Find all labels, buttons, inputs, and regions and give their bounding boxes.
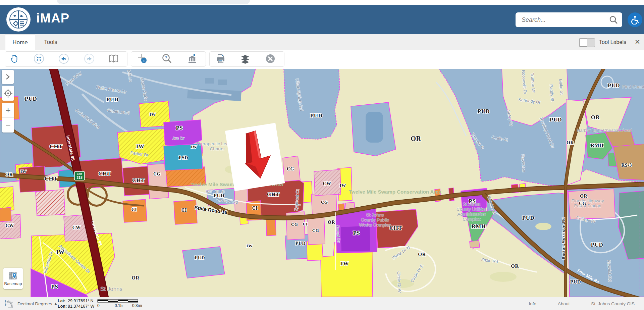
toggle-knob [579, 39, 587, 47]
zone-label: RS-3 [621, 163, 632, 168]
zone-label: PUD [106, 96, 118, 103]
st-johns-county-logo [6, 7, 31, 32]
municipal-building-icon [187, 53, 198, 64]
previous-extent-button[interactable] [57, 52, 70, 65]
street-label: Comet Dr [335, 225, 341, 243]
zone-label: CW [72, 225, 80, 230]
zone-label: PUD [296, 241, 306, 246]
tab-home[interactable]: Home [5, 34, 35, 50]
municipal-button[interactable] [185, 52, 199, 65]
tool-labels-toggle[interactable] [579, 38, 595, 47]
tab-bar: Home Tools Tool Labels ✕ [0, 34, 644, 51]
zone-label: CG [579, 201, 586, 206]
next-extent-button[interactable] [83, 52, 96, 65]
wheelchair-icon [630, 15, 640, 24]
zone-label: CI [303, 222, 308, 226]
print-button[interactable] [214, 52, 227, 65]
query-search-icon: ? [162, 53, 172, 64]
zone-label: CG [287, 166, 294, 171]
zone-label: CG [321, 200, 328, 205]
scale-bar [97, 299, 138, 303]
info-link[interactable]: Info [529, 301, 536, 306]
svg-text:318: 318 [76, 175, 83, 179]
zone-label: PUD [478, 108, 490, 114]
query-button[interactable]: ? [160, 52, 174, 65]
place-label: St Johns [100, 286, 122, 292]
coordinate-readout: Lat:29.917691° N Lon:81.374167° W [58, 298, 94, 309]
search-icon[interactable] [609, 15, 618, 24]
zone-label: CW [323, 181, 331, 186]
zone-label: IW [246, 243, 253, 248]
street-label: Arc Dr [172, 136, 184, 141]
zone-label: IW [136, 143, 145, 150]
zone-label: PS [353, 230, 360, 236]
zone-label: PUD [570, 279, 581, 285]
exit-sign: EXIT 318 [74, 171, 85, 180]
chevron-right-icon [5, 73, 10, 80]
pan-hand-icon [9, 54, 19, 64]
coordinate-system-icon[interactable] [4, 299, 14, 309]
browser-strip [0, 0, 644, 5]
locate-button[interactable] [2, 86, 14, 101]
zone-label: CHT [98, 170, 111, 177]
layers-button[interactable] [238, 52, 252, 65]
zone-label: PSD [179, 155, 188, 160]
zone-label: PS [51, 283, 58, 290]
map-canvas[interactable]: EXIT 318 Therapeutic LearningCharterSt J… [0, 69, 644, 297]
zone-label: IW [20, 169, 26, 174]
lat-label: Lat: [58, 298, 68, 304]
place-label: First Coast [622, 84, 644, 89]
lon-value: 81.374167° W [68, 304, 94, 309]
zone-label: OR [567, 140, 574, 145]
projection-selector[interactable]: Decimal Degrees ▲ [17, 297, 58, 310]
zone-label: OR [511, 263, 519, 269]
basemap-label: Basemap [4, 281, 22, 286]
app-title: iMAP [36, 11, 69, 25]
close-icon[interactable]: ✕ [635, 34, 640, 50]
zone-label: CW [5, 223, 14, 228]
zone-label: PUD [522, 215, 534, 221]
zone-label: PUD [550, 116, 562, 123]
gis-credit: St. Johns County GIS [591, 301, 635, 306]
zone-label: RMH [591, 143, 603, 148]
zone-label: PS [176, 125, 183, 131]
basemap-button[interactable]: Basemap [3, 268, 23, 289]
pan-button[interactable] [8, 52, 21, 65]
zone-label: CG [312, 228, 319, 233]
full-extent-button[interactable] [32, 52, 46, 65]
tab-tools[interactable]: Tools [36, 34, 66, 50]
road-label: Barton Morrison Rd [561, 217, 566, 259]
print-icon [215, 53, 226, 64]
zone-label: CHT [132, 177, 145, 184]
accessibility-button[interactable] [628, 12, 642, 27]
zone-label: OR [5, 172, 13, 177]
toolbar: i ? [0, 50, 644, 69]
zone-label: CG [291, 222, 298, 227]
zone-label: PUD [591, 242, 603, 248]
panel-expand-button[interactable] [2, 70, 14, 84]
zoom-controls: + − [2, 103, 14, 133]
zone-label: PUD [310, 112, 322, 119]
bookmarks-button[interactable] [107, 52, 120, 65]
zone-label: IW [339, 183, 346, 188]
zoom-out-button[interactable]: − [2, 118, 14, 133]
about-link[interactable]: About [558, 301, 570, 306]
zone-label: RMH [471, 223, 486, 229]
identify-button[interactable]: i [136, 52, 149, 65]
zone-label: IW [191, 145, 197, 149]
zone-label: IW [341, 260, 349, 267]
search-box[interactable] [516, 12, 622, 27]
zone-label: CG [153, 171, 161, 176]
locate-crosshair-icon [4, 89, 12, 98]
zone-label: CHT [389, 225, 402, 231]
browser-pill [57, 0, 250, 4]
zone-label: OR [418, 252, 426, 257]
clear-button[interactable] [264, 52, 277, 65]
forward-arrow-icon [84, 53, 95, 64]
clear-x-icon [265, 54, 275, 64]
red-arrow-marker[interactable] [225, 123, 285, 191]
zoom-in-button[interactable]: + [2, 103, 14, 118]
zone-label: CHT [45, 175, 58, 182]
search-input[interactable] [521, 16, 609, 24]
layers-icon [240, 54, 251, 64]
